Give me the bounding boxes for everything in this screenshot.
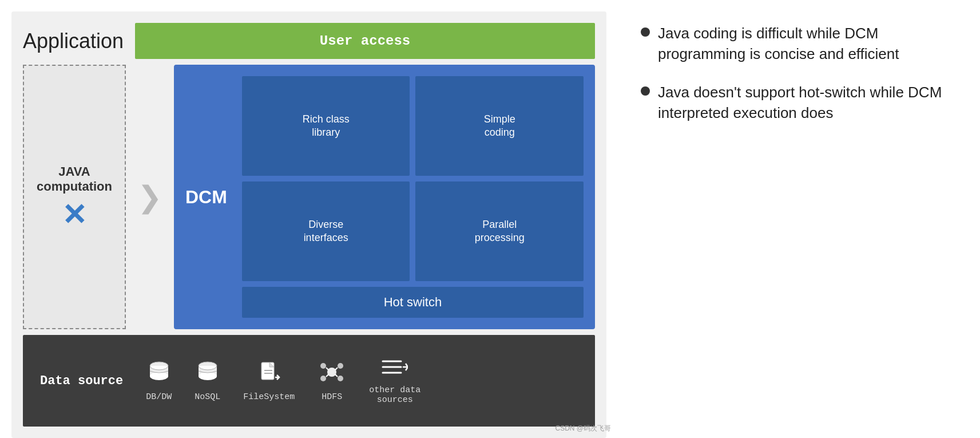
feature-row-2: Diverse interfaces Parallel processing [242, 181, 584, 281]
java-box: JAVAcomputation ✕ [23, 65, 126, 329]
bullet-dot-1 [641, 86, 650, 96]
feature-rich-class: Rich class library [242, 76, 410, 176]
svg-point-16 [338, 376, 343, 381]
dcm-box: DCM Rich class library Simple coding Div… [174, 65, 595, 329]
ds-label-nosql: NoSQL [195, 392, 220, 402]
svg-line-20 [335, 374, 338, 377]
feature-parallel-processing: Parallel processing [415, 181, 584, 281]
data-source-title: Data source [40, 374, 123, 388]
svg-line-18 [335, 368, 338, 370]
feature-diverse-interfaces: Diverse interfaces [242, 181, 410, 281]
ds-item-dbdw: DB/DW [146, 360, 172, 402]
bullet-item-1: Java doesn't support hot-switch while DC… [641, 82, 963, 124]
left-panel: Application User access JAVAcomputation … [0, 0, 618, 438]
ds-item-other: other data sources [369, 357, 420, 405]
svg-point-2 [150, 372, 168, 380]
bullet-dot-0 [641, 27, 650, 37]
bullet-list: Java coding is difficult while DCM progr… [641, 23, 963, 141]
svg-point-13 [320, 363, 326, 369]
ds-item-nosql: NoSQL [195, 360, 220, 402]
ds-item-hdfs: HDFS [318, 360, 346, 402]
cross-icon: ✕ [62, 200, 87, 230]
user-access-box: User access [135, 23, 595, 59]
ds-label-filesystem: FileSystem [243, 392, 295, 402]
feature-simple-coding: Simple coding [415, 76, 584, 176]
bullet-item-0: Java coding is difficult while DCM progr… [641, 23, 963, 65]
ds-label-dbdw: DB/DW [146, 392, 172, 402]
dcm-label: DCM [185, 76, 233, 318]
app-title: Application [23, 29, 124, 53]
svg-point-6 [199, 372, 217, 380]
ds-label-hdfs: HDFS [322, 392, 342, 402]
filesystem-icon [257, 360, 281, 388]
svg-line-17 [326, 368, 328, 370]
ds-items: DB/DW NoSQL [146, 357, 420, 405]
ds-label-other: other data sources [369, 385, 420, 405]
right-panel: Java coding is difficult while DCM progr… [618, 0, 980, 438]
bullet-text-1: Java doesn't support hot-switch while DC… [658, 82, 963, 124]
feature-hot-switch: Hot switch [242, 287, 584, 318]
hdfs-icon [318, 360, 346, 388]
bullet-text-0: Java coding is difficult while DCM progr… [658, 23, 963, 65]
svg-point-15 [320, 376, 326, 381]
nosql-icon [196, 360, 220, 388]
db-dw-icon [147, 360, 171, 388]
other-sources-icon [382, 357, 408, 381]
diagram-area: Application User access JAVAcomputation … [11, 11, 606, 438]
ds-item-filesystem: FileSystem [243, 360, 295, 402]
hot-switch-row: Hot switch [242, 287, 584, 318]
arrow-right-icon: ❯ [137, 180, 162, 214]
main-row: JAVAcomputation ✕ ❯ DCM Rich class libra… [23, 65, 595, 329]
app-row: Application User access [23, 23, 595, 59]
feature-row-1: Rich class library Simple coding [242, 76, 584, 176]
dcm-features: Rich class library Simple coding Diverse… [242, 76, 584, 318]
svg-line-19 [326, 374, 328, 377]
svg-point-14 [338, 363, 343, 369]
data-source-bar: Data source DB/DW [23, 335, 595, 427]
java-label: JAVAcomputation [37, 164, 112, 195]
watermark: CSDN @码次飞哥 [555, 424, 611, 433]
svg-point-12 [327, 368, 336, 377]
